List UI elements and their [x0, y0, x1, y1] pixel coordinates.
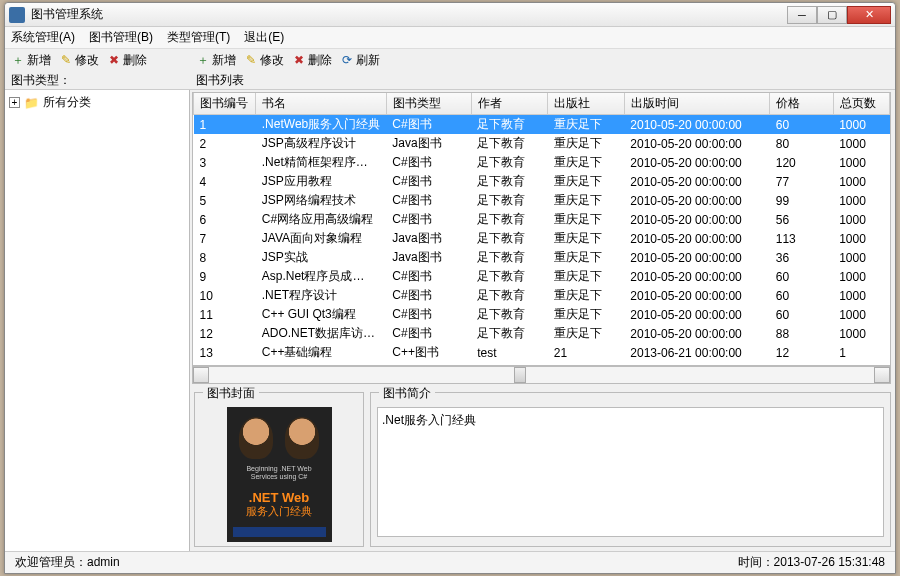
tree-expand-icon[interactable]: + — [9, 97, 20, 108]
cell-name: C++基础编程 — [256, 343, 386, 362]
cell-publisher: 重庆足下 — [548, 324, 625, 343]
table-row[interactable]: 6C#网络应用高级编程C#图书足下教育重庆足下2010-05-20 00:00:… — [194, 210, 890, 229]
menu-book[interactable]: 图书管理(B) — [89, 29, 153, 46]
type-add-button[interactable]: ＋新增 — [11, 52, 51, 69]
col-type[interactable]: 图书类型 — [386, 93, 471, 115]
book-add-button[interactable]: ＋新增 — [196, 52, 236, 69]
cell-pubtime: 2010-05-20 00:00:00 — [624, 305, 769, 324]
book-delete-button[interactable]: ✖删除 — [292, 52, 332, 69]
table-header-row[interactable]: 图书编号 书名 图书类型 作者 出版社 出版时间 价格 总页数 — [194, 93, 890, 115]
cell-id: 1 — [194, 115, 256, 135]
cell-type: C#图书 — [386, 172, 471, 191]
col-author[interactable]: 作者 — [471, 93, 548, 115]
cell-pages: 1000 — [833, 115, 889, 135]
cell-publisher: 21 — [548, 343, 625, 362]
cell-price: 60 — [770, 115, 833, 135]
plus-icon: ＋ — [11, 53, 25, 67]
book-edit-button[interactable]: ✎修改 — [244, 52, 284, 69]
cover-top-text: Beginning .NET Web Services using C# — [233, 465, 326, 482]
cover-face — [239, 417, 273, 459]
cover-face — [285, 417, 319, 459]
x-icon: ✖ — [292, 53, 306, 67]
book-list-label: 图书列表 — [190, 72, 895, 89]
book-cover-image: Beginning .NET Web Services using C# .NE… — [227, 407, 332, 542]
table-row[interactable]: 1.NetWeb服务入门经典C#图书足下教育重庆足下2010-05-20 00:… — [194, 115, 890, 135]
cell-pages: 1000 — [833, 324, 889, 343]
cell-publisher: 重庆足下 — [548, 248, 625, 267]
cell-pubtime: 2010-05-20 00:00:00 — [624, 134, 769, 153]
cell-name: ADO.NET数据库访… — [256, 324, 386, 343]
cell-type: C#图书 — [386, 191, 471, 210]
table-row[interactable]: 8JSP实战Java图书足下教育重庆足下2010-05-20 00:00:003… — [194, 248, 890, 267]
book-table-container: 图书编号 书名 图书类型 作者 出版社 出版时间 价格 总页数 1.NetWeb… — [192, 92, 891, 366]
cell-publisher: 重庆足下 — [548, 286, 625, 305]
horizontal-scrollbar[interactable] — [192, 366, 891, 384]
cell-type: C#图书 — [386, 324, 471, 343]
cell-name: .Net精简框架程序… — [256, 153, 386, 172]
table-row[interactable]: 3.Net精简框架程序…C#图书足下教育重庆足下2010-05-20 00:00… — [194, 153, 890, 172]
col-publisher[interactable]: 出版社 — [548, 93, 625, 115]
table-row[interactable]: 4JSP应用教程C#图书足下教育重庆足下2010-05-20 00:00:007… — [194, 172, 890, 191]
cell-pages: 1000 — [833, 267, 889, 286]
col-id[interactable]: 图书编号 — [194, 93, 256, 115]
cell-author: 足下教育 — [471, 305, 548, 324]
cell-name: JSP实战 — [256, 248, 386, 267]
col-price[interactable]: 价格 — [770, 93, 833, 115]
cell-id: 4 — [194, 172, 256, 191]
table-row[interactable]: 10.NET程序设计C#图书足下教育重庆足下2010-05-20 00:00:0… — [194, 286, 890, 305]
minimize-button[interactable]: ─ — [787, 6, 817, 24]
table-row[interactable]: 2JSP高级程序设计Java图书足下教育重庆足下2010-05-20 00:00… — [194, 134, 890, 153]
cell-id: 3 — [194, 153, 256, 172]
statusbar: 欢迎管理员：admin 时间：2013-07-26 15:31:48 — [5, 551, 895, 573]
cell-id: 5 — [194, 191, 256, 210]
table-row[interactable]: 9Asp.Net程序员成…C#图书足下教育重庆足下2010-05-20 00:0… — [194, 267, 890, 286]
maximize-button[interactable]: ▢ — [817, 6, 847, 24]
cell-name: .NET程序设计 — [256, 286, 386, 305]
col-pubtime[interactable]: 出版时间 — [624, 93, 769, 115]
cover-legend: 图书封面 — [203, 385, 259, 402]
category-tree[interactable]: + 📁 所有分类 — [5, 90, 190, 551]
cell-price: 60 — [770, 267, 833, 286]
table-row[interactable]: 11C++ GUI Qt3编程C#图书足下教育重庆足下2010-05-20 00… — [194, 305, 890, 324]
menu-type[interactable]: 类型管理(T) — [167, 29, 230, 46]
type-delete-button[interactable]: ✖删除 — [107, 52, 147, 69]
table-row[interactable]: 5JSP网络编程技术C#图书足下教育重庆足下2010-05-20 00:00:0… — [194, 191, 890, 210]
cell-pages: 1 — [833, 343, 889, 362]
cell-author: 足下教育 — [471, 210, 548, 229]
table-row[interactable]: 7JAVA面向对象编程Java图书足下教育重庆足下2010-05-20 00:0… — [194, 229, 890, 248]
menu-exit[interactable]: 退出(E) — [244, 29, 284, 46]
cover-bar — [233, 527, 326, 537]
bottom-panels: 图书封面 Beginning .NET Web Services using C… — [190, 388, 895, 551]
menu-system[interactable]: 系统管理(A) — [11, 29, 75, 46]
intro-legend: 图书简介 — [379, 385, 435, 402]
cell-pubtime: 2010-05-20 00:00:00 — [624, 191, 769, 210]
table-row[interactable]: 13C++基础编程C++图书test212013-06-21 00:00:001… — [194, 343, 890, 362]
cell-id: 8 — [194, 248, 256, 267]
cover-subtitle: 服务入门经典 — [233, 505, 326, 518]
cell-pages: 1000 — [833, 229, 889, 248]
cell-name: .NetWeb服务入门经典 — [256, 115, 386, 135]
book-table[interactable]: 图书编号 书名 图书类型 作者 出版社 出版时间 价格 总页数 1.NetWeb… — [193, 93, 890, 362]
cell-price: 77 — [770, 172, 833, 191]
col-name[interactable]: 书名 — [256, 93, 386, 115]
book-refresh-button[interactable]: ⟳刷新 — [340, 52, 380, 69]
titlebar[interactable]: 图书管理系统 ─ ▢ ✕ — [5, 3, 895, 27]
menubar: 系统管理(A) 图书管理(B) 类型管理(T) 退出(E) — [5, 27, 895, 49]
type-edit-button[interactable]: ✎修改 — [59, 52, 99, 69]
cell-publisher: 重庆足下 — [548, 267, 625, 286]
cell-pages: 1000 — [833, 153, 889, 172]
col-pages[interactable]: 总页数 — [833, 93, 889, 115]
table-row[interactable]: 12ADO.NET数据库访…C#图书足下教育重庆足下2010-05-20 00:… — [194, 324, 890, 343]
cell-author: 足下教育 — [471, 172, 548, 191]
tree-root-node[interactable]: + 📁 所有分类 — [9, 94, 185, 111]
cell-publisher: 重庆足下 — [548, 210, 625, 229]
cell-price: 80 — [770, 134, 833, 153]
cell-type: Java图书 — [386, 134, 471, 153]
cell-author: 足下教育 — [471, 191, 548, 210]
close-button[interactable]: ✕ — [847, 6, 891, 24]
scrollbar-thumb[interactable] — [514, 367, 526, 383]
cover-groupbox: 图书封面 Beginning .NET Web Services using C… — [194, 392, 364, 547]
cell-pages: 1000 — [833, 286, 889, 305]
cell-pubtime: 2010-05-20 00:00:00 — [624, 115, 769, 135]
cell-pages: 1000 — [833, 191, 889, 210]
